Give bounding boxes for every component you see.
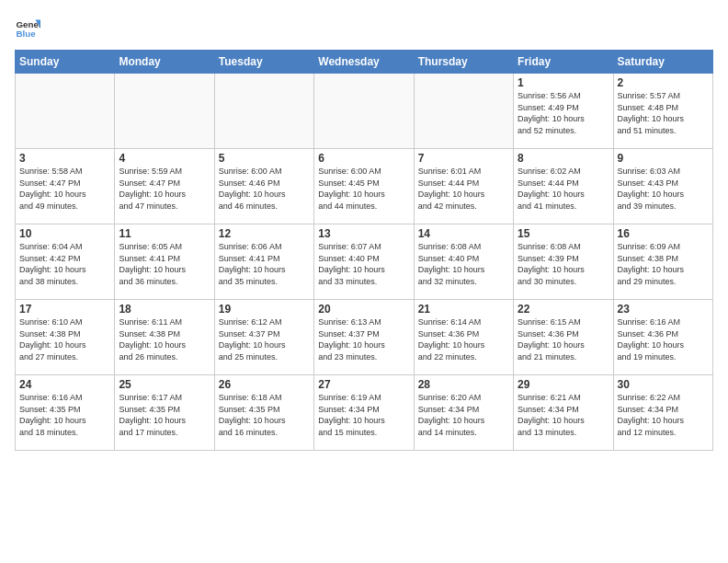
calendar-cell: 27Sunrise: 6:19 AM Sunset: 4:34 PM Dayli… [314,375,414,451]
calendar-cell: 20Sunrise: 6:13 AM Sunset: 4:37 PM Dayli… [314,300,414,375]
calendar-cell: 28Sunrise: 6:20 AM Sunset: 4:34 PM Dayli… [414,375,513,451]
week-row-1: 1Sunrise: 5:56 AM Sunset: 4:49 PM Daylig… [16,74,713,149]
day-number: 12 [219,227,310,240]
day-number: 23 [618,303,709,316]
calendar-cell: 10Sunrise: 6:04 AM Sunset: 4:42 PM Dayli… [16,224,115,300]
logo: General Blue [15,15,40,40]
day-number: 3 [19,152,110,165]
calendar-cell: 23Sunrise: 6:16 AM Sunset: 4:36 PM Dayli… [613,300,712,375]
day-info: Sunrise: 6:13 AM Sunset: 4:37 PM Dayligh… [318,316,409,362]
calendar-cell: 9Sunrise: 6:03 AM Sunset: 4:43 PM Daylig… [613,149,712,224]
calendar-cell: 5Sunrise: 6:00 AM Sunset: 4:46 PM Daylig… [214,149,313,224]
day-number: 14 [418,227,509,240]
calendar-cell: 18Sunrise: 6:11 AM Sunset: 4:38 PM Dayli… [115,300,214,375]
day-number: 8 [518,152,609,165]
calendar-cell: 12Sunrise: 6:06 AM Sunset: 4:41 PM Dayli… [214,224,313,300]
calendar-cell: 17Sunrise: 6:10 AM Sunset: 4:38 PM Dayli… [16,300,115,375]
calendar-cell [16,74,115,149]
day-info: Sunrise: 6:17 AM Sunset: 4:35 PM Dayligh… [119,392,210,438]
day-number: 2 [618,76,709,89]
day-number: 22 [518,303,609,316]
day-number: 4 [119,152,210,165]
day-info: Sunrise: 6:11 AM Sunset: 4:38 PM Dayligh… [119,316,210,362]
day-info: Sunrise: 6:05 AM Sunset: 4:41 PM Dayligh… [119,241,210,287]
day-info: Sunrise: 6:21 AM Sunset: 4:34 PM Dayligh… [518,392,609,438]
day-info: Sunrise: 6:01 AM Sunset: 4:44 PM Dayligh… [418,166,509,212]
weekday-header-friday: Friday [514,51,613,74]
day-number: 18 [119,303,210,316]
day-info: Sunrise: 6:22 AM Sunset: 4:34 PM Dayligh… [618,392,709,438]
day-number: 21 [418,303,509,316]
calendar-cell: 6Sunrise: 6:00 AM Sunset: 4:45 PM Daylig… [314,149,414,224]
calendar-cell: 2Sunrise: 5:57 AM Sunset: 4:48 PM Daylig… [613,74,712,149]
weekday-header-tuesday: Tuesday [214,51,313,74]
day-number: 30 [618,378,709,391]
calendar-cell: 29Sunrise: 6:21 AM Sunset: 4:34 PM Dayli… [514,375,613,451]
day-info: Sunrise: 6:15 AM Sunset: 4:36 PM Dayligh… [518,316,609,362]
calendar-cell: 3Sunrise: 5:58 AM Sunset: 4:47 PM Daylig… [16,149,115,224]
week-row-4: 17Sunrise: 6:10 AM Sunset: 4:38 PM Dayli… [16,300,713,375]
logo-icon: General Blue [15,15,40,40]
day-number: 20 [318,303,409,316]
calendar-cell: 16Sunrise: 6:09 AM Sunset: 4:38 PM Dayli… [613,224,712,300]
day-number: 26 [219,378,310,391]
day-info: Sunrise: 5:59 AM Sunset: 4:47 PM Dayligh… [119,166,210,212]
day-number: 25 [119,378,210,391]
week-row-2: 3Sunrise: 5:58 AM Sunset: 4:47 PM Daylig… [16,149,713,224]
day-info: Sunrise: 6:20 AM Sunset: 4:34 PM Dayligh… [418,392,509,438]
calendar-cell: 8Sunrise: 6:02 AM Sunset: 4:44 PM Daylig… [514,149,613,224]
calendar-cell: 30Sunrise: 6:22 AM Sunset: 4:34 PM Dayli… [613,375,712,451]
calendar-cell: 25Sunrise: 6:17 AM Sunset: 4:35 PM Dayli… [115,375,214,451]
day-number: 15 [518,227,609,240]
day-info: Sunrise: 6:02 AM Sunset: 4:44 PM Dayligh… [518,166,609,212]
day-number: 7 [418,152,509,165]
calendar-cell: 4Sunrise: 5:59 AM Sunset: 4:47 PM Daylig… [115,149,214,224]
svg-text:Blue: Blue [16,29,36,39]
header: General Blue [15,15,713,40]
day-number: 13 [318,227,409,240]
day-number: 16 [618,227,709,240]
day-info: Sunrise: 6:10 AM Sunset: 4:38 PM Dayligh… [19,316,110,362]
calendar-cell: 21Sunrise: 6:14 AM Sunset: 4:36 PM Dayli… [414,300,513,375]
day-number: 19 [219,303,310,316]
calendar-cell: 13Sunrise: 6:07 AM Sunset: 4:40 PM Dayli… [314,224,414,300]
calendar-cell: 14Sunrise: 6:08 AM Sunset: 4:40 PM Dayli… [414,224,513,300]
day-number: 28 [418,378,509,391]
day-number: 27 [318,378,409,391]
weekday-header-saturday: Saturday [613,51,712,74]
day-number: 24 [19,378,110,391]
calendar-cell [115,74,214,149]
day-info: Sunrise: 5:57 AM Sunset: 4:48 PM Dayligh… [618,90,709,136]
day-info: Sunrise: 6:08 AM Sunset: 4:40 PM Dayligh… [418,241,509,287]
weekday-header-sunday: Sunday [16,51,115,74]
day-info: Sunrise: 6:16 AM Sunset: 4:35 PM Dayligh… [19,392,110,438]
calendar-page: General Blue SundayMondayTuesdayWednesda… [0,0,728,563]
day-number: 6 [318,152,409,165]
day-info: Sunrise: 5:58 AM Sunset: 4:47 PM Dayligh… [19,166,110,212]
calendar-cell: 7Sunrise: 6:01 AM Sunset: 4:44 PM Daylig… [414,149,513,224]
day-info: Sunrise: 6:19 AM Sunset: 4:34 PM Dayligh… [318,392,409,438]
calendar-cell: 11Sunrise: 6:05 AM Sunset: 4:41 PM Dayli… [115,224,214,300]
calendar-table: SundayMondayTuesdayWednesdayThursdayFrid… [15,50,713,451]
week-row-3: 10Sunrise: 6:04 AM Sunset: 4:42 PM Dayli… [16,224,713,300]
calendar-cell: 26Sunrise: 6:18 AM Sunset: 4:35 PM Dayli… [214,375,313,451]
day-info: Sunrise: 6:12 AM Sunset: 4:37 PM Dayligh… [219,316,310,362]
calendar-cell: 1Sunrise: 5:56 AM Sunset: 4:49 PM Daylig… [514,74,613,149]
calendar-cell: 22Sunrise: 6:15 AM Sunset: 4:36 PM Dayli… [514,300,613,375]
day-info: Sunrise: 6:06 AM Sunset: 4:41 PM Dayligh… [219,241,310,287]
day-info: Sunrise: 6:08 AM Sunset: 4:39 PM Dayligh… [518,241,609,287]
weekday-header-monday: Monday [115,51,214,74]
day-number: 5 [219,152,310,165]
day-number: 29 [518,378,609,391]
calendar-cell: 24Sunrise: 6:16 AM Sunset: 4:35 PM Dayli… [16,375,115,451]
day-number: 17 [19,303,110,316]
day-info: Sunrise: 6:00 AM Sunset: 4:45 PM Dayligh… [318,166,409,212]
day-number: 9 [618,152,709,165]
day-info: Sunrise: 6:03 AM Sunset: 4:43 PM Dayligh… [618,166,709,212]
weekday-header-wednesday: Wednesday [314,51,414,74]
day-number: 10 [19,227,110,240]
day-info: Sunrise: 6:14 AM Sunset: 4:36 PM Dayligh… [418,316,509,362]
week-row-5: 24Sunrise: 6:16 AM Sunset: 4:35 PM Dayli… [16,375,713,451]
day-info: Sunrise: 6:16 AM Sunset: 4:36 PM Dayligh… [618,316,709,362]
day-info: Sunrise: 6:09 AM Sunset: 4:38 PM Dayligh… [618,241,709,287]
